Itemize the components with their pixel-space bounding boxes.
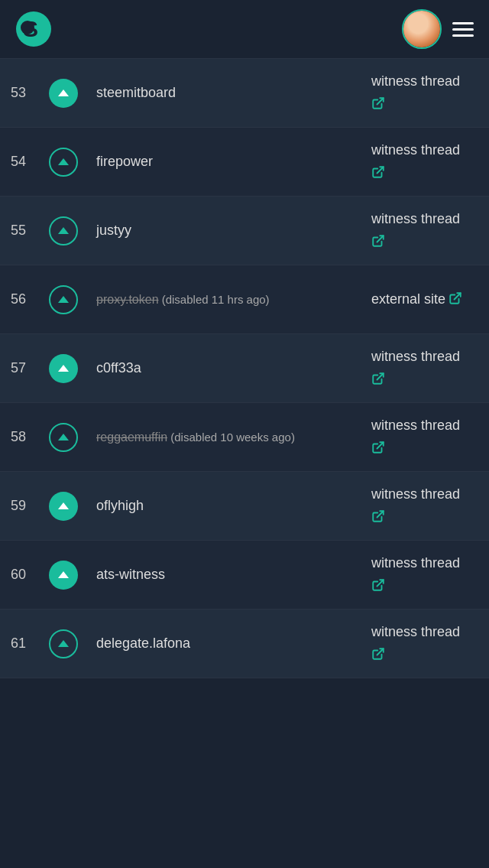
witness-name: steemitboard bbox=[84, 76, 359, 110]
rank-cell: 58 bbox=[0, 420, 42, 454]
external-link-icon[interactable] bbox=[371, 372, 385, 389]
vote-button[interactable] bbox=[49, 423, 78, 452]
vote-cell bbox=[42, 483, 84, 530]
external-link-icon[interactable] bbox=[371, 509, 385, 527]
svg-line-10 bbox=[377, 580, 384, 586]
link-text: witness thread bbox=[371, 554, 460, 573]
witness-name-text: proxy.token bbox=[96, 293, 159, 306]
rank-cell: 61 bbox=[0, 626, 42, 661]
external-link-icon[interactable] bbox=[371, 578, 385, 596]
table-row: 60ats-witnesswitness thread bbox=[0, 541, 489, 610]
rank-cell: 59 bbox=[0, 489, 42, 523]
link-text: witness thread bbox=[371, 72, 460, 91]
table-row: 55justyywitness thread bbox=[0, 197, 489, 265]
witness-name: c0ff33a bbox=[84, 351, 359, 385]
vote-cell bbox=[42, 620, 84, 668]
svg-line-7 bbox=[377, 373, 384, 379]
witness-name: justyy bbox=[84, 213, 359, 248]
link-cell[interactable]: witness thread bbox=[359, 338, 489, 398]
svg-line-5 bbox=[377, 236, 384, 242]
vote-cell bbox=[42, 276, 84, 323]
vote-button[interactable] bbox=[49, 285, 78, 314]
rank-cell: 53 bbox=[0, 76, 42, 110]
vote-button[interactable] bbox=[49, 79, 78, 108]
link-text: witness thread bbox=[371, 141, 460, 160]
vote-button[interactable] bbox=[49, 492, 78, 521]
external-link-icon[interactable] bbox=[371, 96, 385, 114]
table-row: 59oflyhighwitness thread bbox=[0, 472, 489, 541]
external-link-icon[interactable] bbox=[371, 647, 385, 665]
link-cell[interactable]: witness thread bbox=[359, 613, 489, 673]
table-row: 56proxy.token (disabled 11 hrs ago)exter… bbox=[0, 265, 489, 334]
link-cell[interactable]: witness thread bbox=[359, 63, 489, 122]
link-text: witness thread bbox=[371, 347, 460, 366]
table-row: 54firepowerwitness thread bbox=[0, 128, 489, 197]
rank-cell: 60 bbox=[0, 558, 42, 592]
rank-cell: 54 bbox=[0, 145, 42, 179]
rank-cell: 57 bbox=[0, 351, 42, 385]
vote-button[interactable] bbox=[49, 216, 78, 245]
menu-button[interactable] bbox=[452, 22, 474, 37]
external-link-icon[interactable] bbox=[371, 234, 385, 252]
vote-button[interactable] bbox=[49, 354, 78, 383]
link-cell[interactable]: witness thread bbox=[359, 407, 489, 467]
table-row: 61delegate.lafonawitness thread bbox=[0, 610, 489, 678]
link-text: witness thread bbox=[371, 623, 460, 642]
link-cell[interactable]: external site bbox=[359, 281, 489, 318]
vote-cell bbox=[42, 414, 84, 461]
vote-cell bbox=[42, 138, 84, 186]
external-link-icon[interactable] bbox=[449, 291, 462, 309]
svg-line-3 bbox=[377, 98, 384, 104]
witness-name: delegate.lafona bbox=[84, 626, 359, 661]
link-text: witness thread bbox=[371, 416, 460, 435]
table-row: 53steemitboardwitness thread bbox=[0, 59, 489, 128]
witness-name: ats-witness bbox=[84, 558, 359, 592]
vote-cell bbox=[42, 207, 84, 255]
svg-line-11 bbox=[377, 649, 384, 655]
svg-line-8 bbox=[377, 442, 384, 448]
steemit-logo-icon: S bbox=[15, 11, 52, 47]
link-cell[interactable]: witness thread bbox=[359, 476, 489, 535]
witness-name-text: reggaemuffin bbox=[96, 431, 167, 444]
vote-cell bbox=[42, 70, 84, 117]
link-cell[interactable]: witness thread bbox=[359, 545, 489, 604]
link-cell[interactable]: witness thread bbox=[359, 132, 489, 191]
table-row: 57c0ff33awitness thread bbox=[0, 334, 489, 403]
table-row: 58reggaemuffin (disabled 10 weeks ago)wi… bbox=[0, 403, 489, 472]
vote-button[interactable] bbox=[49, 561, 78, 590]
vote-cell bbox=[42, 345, 84, 392]
app-header: S bbox=[0, 0, 489, 59]
witness-table: 53steemitboardwitness thread54firepowerw… bbox=[0, 59, 489, 678]
link-cell[interactable]: witness thread bbox=[359, 200, 489, 260]
svg-line-6 bbox=[455, 293, 461, 299]
vote-button[interactable] bbox=[49, 148, 78, 177]
witness-name: oflyhigh bbox=[84, 489, 359, 523]
link-text: witness thread bbox=[371, 485, 460, 504]
vote-cell bbox=[42, 551, 84, 599]
header-actions bbox=[402, 9, 474, 49]
external-link-icon[interactable] bbox=[371, 441, 385, 458]
witness-name: proxy.token (disabled 11 hrs ago) bbox=[84, 284, 359, 316]
rank-cell: 55 bbox=[0, 213, 42, 248]
svg-line-9 bbox=[377, 511, 384, 517]
witness-name: reggaemuffin (disabled 10 weeks ago) bbox=[84, 421, 359, 454]
link-text: external site bbox=[371, 290, 445, 309]
disabled-note: (disabled 10 weeks ago) bbox=[167, 431, 295, 444]
link-text: witness thread bbox=[371, 210, 460, 229]
avatar[interactable] bbox=[402, 9, 442, 49]
svg-line-4 bbox=[377, 167, 384, 173]
external-link-icon[interactable] bbox=[371, 165, 385, 183]
vote-button[interactable] bbox=[49, 629, 78, 658]
witness-name: firepower bbox=[84, 145, 359, 179]
rank-cell: 56 bbox=[0, 282, 42, 317]
logo-area: S bbox=[15, 11, 60, 47]
disabled-note: (disabled 11 hrs ago) bbox=[159, 293, 270, 306]
svg-point-2 bbox=[21, 21, 34, 34]
